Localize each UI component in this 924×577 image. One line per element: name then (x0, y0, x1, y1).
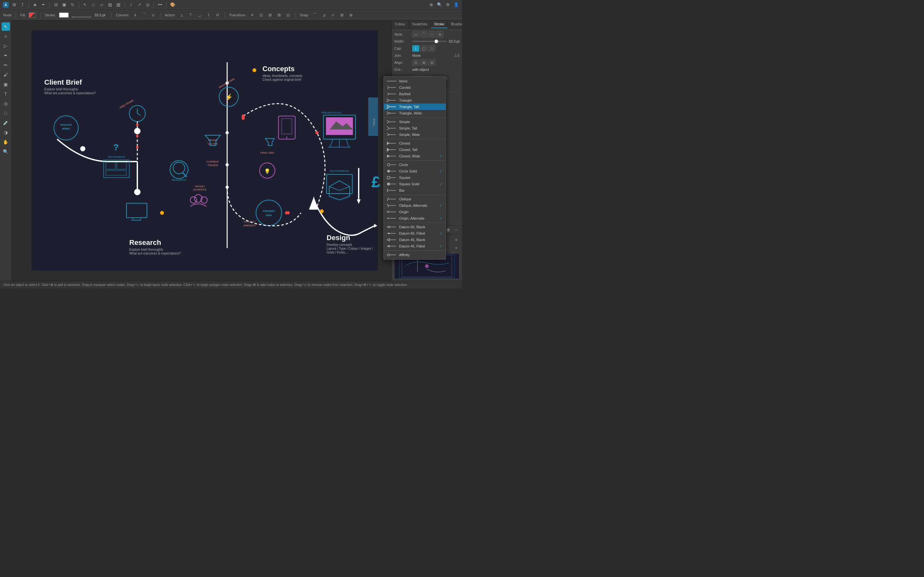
menu-item-origin[interactable]: Origin (384, 209, 446, 215)
box1-icon[interactable]: □ (90, 2, 97, 8)
action-break-icon[interactable]: ⊥ (179, 12, 184, 18)
menu-item-simple[interactable]: Simple (384, 119, 446, 125)
menu-item-datum-45-blank[interactable]: Datum 45, Blank (384, 237, 446, 243)
node-tool[interactable]: ⊹ (2, 32, 10, 40)
pen-icon[interactable]: ✒ (40, 2, 47, 8)
text-tool[interactable]: T (2, 90, 10, 98)
cursor-icon[interactable]: ↖ (82, 2, 88, 8)
menu-item-oblique[interactable]: Oblique (384, 196, 446, 202)
eyedropper-tool[interactable]: 💉 (2, 119, 10, 127)
menu-item-datum-45-filled[interactable]: Datum 45, Filled ✓ (384, 243, 446, 250)
menu-item-bar[interactable]: Bar (384, 187, 446, 193)
panel-options-icon[interactable]: ≡ (453, 237, 459, 243)
convert-smooth-icon[interactable]: ⌒ (142, 12, 147, 18)
menu-item-triangle[interactable]: Triangle (384, 97, 446, 103)
menu-item-closed[interactable]: Closed (384, 140, 446, 147)
zoom-tool[interactable]: 🔍 (2, 147, 10, 156)
style-solid-btn[interactable]: — (412, 31, 419, 37)
action-reverse-icon[interactable]: ↺ (215, 12, 220, 18)
menu-item-closed-wide[interactable]: Closed, Wide ✓ (384, 153, 446, 159)
filter-icon[interactable]: ◈ (32, 2, 38, 8)
crop-tool[interactable]: ▷ (2, 42, 10, 50)
gradient-tool[interactable]: ◑ (2, 128, 10, 137)
style-custom-btn[interactable]: ≋ (436, 31, 443, 37)
zoom-in-btn[interactable]: + (453, 245, 459, 251)
more-options-icon[interactable]: ⋯ (453, 227, 459, 233)
menu-item-affinity[interactable]: Affinity (384, 251, 446, 258)
more-icon[interactable]: ••• (157, 2, 163, 8)
rotate-icon[interactable]: ↻ (69, 2, 76, 8)
menu-item-closed-tall[interactable]: Closed, Tall (384, 147, 446, 153)
box4-icon[interactable]: ▨ (115, 2, 121, 8)
menu-item-datum-60-filled[interactable]: Datum 60, Filled ✓ (384, 230, 446, 237)
stroke-style[interactable] (72, 13, 91, 17)
tab-brushes[interactable]: Brushes (448, 21, 462, 28)
snap2-icon[interactable]: ⊿ (321, 12, 327, 18)
arrow-icon[interactable]: ↗ (136, 2, 142, 8)
grid-icon[interactable]: ⊞ (11, 2, 17, 8)
menu-item-circle-solid[interactable]: Circle Solid ✓ (384, 168, 446, 174)
width-slider[interactable] (412, 41, 447, 42)
action-open-icon[interactable]: ⌇ (206, 12, 212, 18)
layout-icon[interactable]: ⊟ (53, 2, 59, 8)
menu-item-barbed[interactable]: Barbed (384, 91, 446, 97)
menu-item-circle[interactable]: Circle (384, 161, 446, 168)
tab-colour[interactable]: Colour (392, 21, 409, 28)
hand-tool[interactable]: ✋ (2, 138, 10, 146)
menu-item-oblique-alternate[interactable]: Oblique, Alternate ✓ (384, 202, 446, 209)
menu-item-square-solid[interactable]: Square Solid ✓ (384, 181, 446, 187)
fill-swatch[interactable] (29, 13, 36, 18)
menu-item-square[interactable]: Square (384, 174, 446, 181)
menu-item-origin-alternate[interactable]: Origin, Alternate ✓ (384, 215, 446, 221)
style-outer-btn[interactable]: ⌣ (428, 31, 435, 37)
transform5-icon[interactable]: ⊡ (285, 12, 291, 18)
convert-corner-icon[interactable]: ∧ (132, 12, 138, 18)
color-icon[interactable]: 🎨 (170, 2, 176, 8)
brush-tool[interactable]: 🖌 (2, 71, 10, 79)
stroke-swatch[interactable] (59, 13, 69, 18)
menu-item-curved[interactable]: Curved (384, 84, 446, 91)
pen-tool[interactable]: ✒ (2, 51, 10, 60)
zoom-icon[interactable]: 🔍 (436, 2, 443, 8)
align-inner-btn[interactable]: ⊞ (420, 59, 427, 66)
shape-icon[interactable]: ◎ (144, 2, 151, 8)
share-icon[interactable]: ⤴ (19, 2, 26, 8)
style-inner-btn[interactable]: ⌒ (420, 31, 427, 37)
arrow-style-dropdown[interactable]: None Curved Barbed Triangle Triangle, Ta… (383, 76, 446, 259)
snap4-icon[interactable]: ⊞ (339, 12, 345, 18)
snap5-icon[interactable]: ⊛ (348, 12, 354, 18)
align-center-btn[interactable]: ⊡ (412, 59, 419, 66)
transform4-icon[interactable]: ⊞ (276, 12, 282, 18)
transform3-icon[interactable]: ⊞ (267, 12, 273, 18)
menu-item-simple-tall[interactable]: Simple, Tall (384, 125, 446, 131)
snap1-icon[interactable]: ⌒ (312, 12, 318, 18)
cap-butt-btn[interactable]: | (412, 45, 419, 52)
select-tool[interactable]: ↖ (2, 23, 10, 31)
tab-stroke[interactable]: Stroke (431, 21, 448, 28)
menu-item-triangle-tall[interactable]: Triangle, Tall (384, 103, 446, 110)
shape-tool[interactable]: ◎ (2, 99, 10, 108)
frame-icon[interactable]: ▣ (61, 2, 67, 8)
box3-icon[interactable]: ▧ (107, 2, 113, 8)
view-icon[interactable]: ⊕ (428, 2, 435, 8)
settings-icon[interactable]: ⚙ (445, 2, 451, 8)
menu-item-datum-60-blank[interactable]: Datum 60, Blank (384, 224, 446, 230)
fill-tool[interactable]: ▣ (2, 80, 10, 89)
menu-item-simple-wide[interactable]: Simple, Wide (384, 131, 446, 138)
menu-item-triangle-wide[interactable]: Triangle, Wide (384, 110, 446, 116)
action-join-icon[interactable]: ⊤ (188, 12, 194, 18)
menu-item-none[interactable]: None (384, 78, 446, 84)
tab-swatches[interactable]: Swatches (409, 21, 431, 28)
user-icon[interactable]: 👤 (453, 2, 459, 8)
transform2-icon[interactable]: ⊡ (258, 12, 264, 18)
convert-smart-icon[interactable]: ∪ (150, 12, 156, 18)
cap-round-btn[interactable]: ◯ (420, 45, 427, 52)
canvas-area[interactable]: Client Brief Explore brief thoroughly Wh… (11, 21, 391, 281)
snap3-icon[interactable]: ⊹ (330, 12, 336, 18)
line-icon[interactable]: / (128, 2, 134, 8)
action-close-icon[interactable]: ◡ (197, 12, 202, 18)
box2-icon[interactable]: ▱ (99, 2, 105, 8)
align-outer-btn[interactable]: ⊟ (428, 59, 435, 66)
delete-layer-icon[interactable]: 🗑 (445, 227, 452, 233)
transform1-icon[interactable]: # (249, 12, 255, 18)
